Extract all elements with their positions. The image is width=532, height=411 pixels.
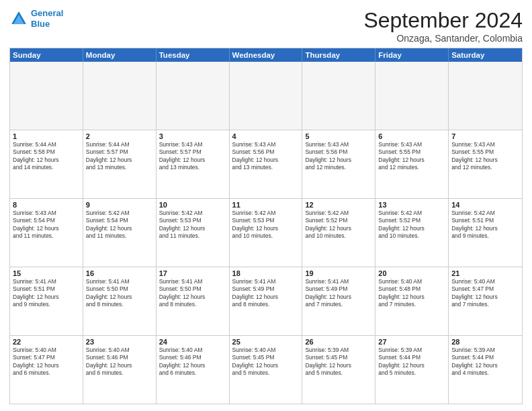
- day-number: 14: [451, 201, 519, 209]
- page: General Blue September 2024 Onzaga, Sant…: [0, 0, 532, 411]
- calendar-cell: 10Sunrise: 5:42 AM Sunset: 5:53 PM Dayli…: [157, 199, 230, 267]
- calendar-row: [10, 62, 522, 130]
- calendar-cell: [157, 62, 230, 130]
- calendar-cell: [449, 62, 522, 130]
- day-number: 28: [451, 338, 519, 346]
- day-number: 3: [159, 132, 226, 140]
- header-friday: Friday: [375, 48, 449, 62]
- calendar-cell: 1Sunrise: 5:44 AM Sunset: 5:58 PM Daylig…: [10, 130, 83, 198]
- logo-line1: General: [31, 8, 63, 18]
- calendar-cell: 28Sunrise: 5:39 AM Sunset: 5:44 PM Dayli…: [449, 336, 522, 404]
- calendar-row: 15Sunrise: 5:41 AM Sunset: 5:51 PM Dayli…: [10, 267, 522, 335]
- day-info: Sunrise: 5:42 AM Sunset: 5:51 PM Dayligh…: [451, 210, 519, 240]
- day-info: Sunrise: 5:42 AM Sunset: 5:54 PM Dayligh…: [86, 210, 153, 240]
- day-number: 15: [13, 269, 80, 277]
- calendar-cell: 12Sunrise: 5:42 AM Sunset: 5:52 PM Dayli…: [302, 199, 375, 267]
- header-saturday: Saturday: [449, 48, 522, 62]
- day-number: 9: [86, 201, 153, 209]
- day-info: Sunrise: 5:40 AM Sunset: 5:45 PM Dayligh…: [232, 347, 300, 377]
- day-info: Sunrise: 5:39 AM Sunset: 5:44 PM Dayligh…: [378, 347, 445, 377]
- day-number: 20: [378, 269, 445, 277]
- header-tuesday: Tuesday: [157, 48, 230, 62]
- day-info: Sunrise: 5:41 AM Sunset: 5:49 PM Dayligh…: [305, 278, 372, 309]
- calendar-cell: [10, 62, 83, 130]
- calendar: Sunday Monday Tuesday Wednesday Thursday…: [9, 48, 523, 404]
- day-number: 11: [232, 201, 300, 209]
- day-number: 1: [13, 132, 80, 140]
- day-info: Sunrise: 5:42 AM Sunset: 5:52 PM Dayligh…: [305, 210, 372, 240]
- day-info: Sunrise: 5:40 AM Sunset: 5:47 PM Dayligh…: [451, 278, 519, 309]
- day-number: 27: [378, 338, 445, 346]
- calendar-cell: 27Sunrise: 5:39 AM Sunset: 5:44 PM Dayli…: [375, 336, 449, 404]
- header-thursday: Thursday: [302, 48, 375, 62]
- calendar-row: 22Sunrise: 5:40 AM Sunset: 5:47 PM Dayli…: [10, 335, 522, 404]
- calendar-cell: 2Sunrise: 5:44 AM Sunset: 5:57 PM Daylig…: [83, 130, 157, 198]
- day-info: Sunrise: 5:40 AM Sunset: 5:46 PM Dayligh…: [159, 347, 226, 377]
- header-sunday: Sunday: [10, 48, 83, 62]
- month-title: September 2024: [363, 8, 523, 33]
- header-monday: Monday: [83, 48, 157, 62]
- day-info: Sunrise: 5:43 AM Sunset: 5:54 PM Dayligh…: [13, 210, 80, 240]
- day-info: Sunrise: 5:42 AM Sunset: 5:53 PM Dayligh…: [232, 210, 300, 240]
- calendar-cell: 14Sunrise: 5:42 AM Sunset: 5:51 PM Dayli…: [449, 199, 522, 267]
- day-number: 4: [232, 132, 300, 140]
- day-number: 7: [451, 132, 519, 140]
- calendar-cell: 8Sunrise: 5:43 AM Sunset: 5:54 PM Daylig…: [10, 199, 83, 267]
- calendar-cell: 6Sunrise: 5:43 AM Sunset: 5:55 PM Daylig…: [375, 130, 449, 198]
- calendar-cell: [230, 62, 303, 130]
- calendar-cell: 25Sunrise: 5:40 AM Sunset: 5:45 PM Dayli…: [230, 336, 303, 404]
- calendar-cell: 18Sunrise: 5:41 AM Sunset: 5:49 PM Dayli…: [230, 267, 303, 335]
- day-number: 12: [305, 201, 372, 209]
- calendar-row: 1Sunrise: 5:44 AM Sunset: 5:58 PM Daylig…: [10, 130, 522, 198]
- calendar-cell: 4Sunrise: 5:43 AM Sunset: 5:56 PM Daylig…: [230, 130, 303, 198]
- day-info: Sunrise: 5:42 AM Sunset: 5:52 PM Dayligh…: [378, 210, 445, 240]
- day-number: 21: [451, 269, 519, 277]
- day-info: Sunrise: 5:40 AM Sunset: 5:48 PM Dayligh…: [378, 278, 445, 309]
- calendar-cell: 26Sunrise: 5:39 AM Sunset: 5:45 PM Dayli…: [302, 336, 375, 404]
- title-block: September 2024 Onzaga, Santander, Colomb…: [363, 8, 523, 44]
- day-info: Sunrise: 5:44 AM Sunset: 5:58 PM Dayligh…: [13, 141, 80, 172]
- day-number: 13: [378, 201, 445, 209]
- calendar-cell: 19Sunrise: 5:41 AM Sunset: 5:49 PM Dayli…: [302, 267, 375, 335]
- day-number: 2: [86, 132, 153, 140]
- logo-icon: [9, 9, 28, 28]
- day-number: 5: [305, 132, 372, 140]
- day-info: Sunrise: 5:41 AM Sunset: 5:50 PM Dayligh…: [86, 278, 153, 309]
- day-info: Sunrise: 5:44 AM Sunset: 5:57 PM Dayligh…: [86, 141, 153, 172]
- header-wednesday: Wednesday: [230, 48, 303, 62]
- day-number: 10: [159, 201, 226, 209]
- calendar-cell: 17Sunrise: 5:41 AM Sunset: 5:50 PM Dayli…: [157, 267, 230, 335]
- day-number: 17: [159, 269, 226, 277]
- day-info: Sunrise: 5:41 AM Sunset: 5:50 PM Dayligh…: [159, 278, 226, 309]
- calendar-cell: 9Sunrise: 5:42 AM Sunset: 5:54 PM Daylig…: [83, 199, 157, 267]
- logo-line2: Blue: [31, 19, 50, 29]
- day-number: 6: [378, 132, 445, 140]
- day-number: 8: [13, 201, 80, 209]
- day-info: Sunrise: 5:39 AM Sunset: 5:44 PM Dayligh…: [451, 347, 519, 377]
- day-number: 18: [232, 269, 300, 277]
- calendar-cell: 20Sunrise: 5:40 AM Sunset: 5:48 PM Dayli…: [375, 267, 449, 335]
- day-info: Sunrise: 5:42 AM Sunset: 5:53 PM Dayligh…: [159, 210, 226, 240]
- calendar-cell: [83, 62, 157, 130]
- calendar-cell: 7Sunrise: 5:43 AM Sunset: 5:55 PM Daylig…: [449, 130, 522, 198]
- day-number: 24: [159, 338, 226, 346]
- calendar-cell: 22Sunrise: 5:40 AM Sunset: 5:47 PM Dayli…: [10, 336, 83, 404]
- day-info: Sunrise: 5:40 AM Sunset: 5:47 PM Dayligh…: [13, 347, 80, 377]
- calendar-cell: [375, 62, 449, 130]
- day-number: 26: [305, 338, 372, 346]
- day-info: Sunrise: 5:43 AM Sunset: 5:55 PM Dayligh…: [451, 141, 519, 172]
- day-number: 25: [232, 338, 300, 346]
- calendar-cell: 21Sunrise: 5:40 AM Sunset: 5:47 PM Dayli…: [449, 267, 522, 335]
- day-info: Sunrise: 5:43 AM Sunset: 5:57 PM Dayligh…: [159, 141, 226, 172]
- calendar-cell: 13Sunrise: 5:42 AM Sunset: 5:52 PM Dayli…: [375, 199, 449, 267]
- day-number: 23: [86, 338, 153, 346]
- calendar-cell: 15Sunrise: 5:41 AM Sunset: 5:51 PM Dayli…: [10, 267, 83, 335]
- day-info: Sunrise: 5:40 AM Sunset: 5:46 PM Dayligh…: [86, 347, 153, 377]
- header: General Blue September 2024 Onzaga, Sant…: [9, 8, 523, 44]
- calendar-cell: 3Sunrise: 5:43 AM Sunset: 5:57 PM Daylig…: [157, 130, 230, 198]
- day-info: Sunrise: 5:41 AM Sunset: 5:49 PM Dayligh…: [232, 278, 300, 309]
- calendar-cell: 11Sunrise: 5:42 AM Sunset: 5:53 PM Dayli…: [230, 199, 303, 267]
- day-info: Sunrise: 5:41 AM Sunset: 5:51 PM Dayligh…: [13, 278, 80, 309]
- calendar-header: Sunday Monday Tuesday Wednesday Thursday…: [10, 48, 522, 62]
- day-number: 19: [305, 269, 372, 277]
